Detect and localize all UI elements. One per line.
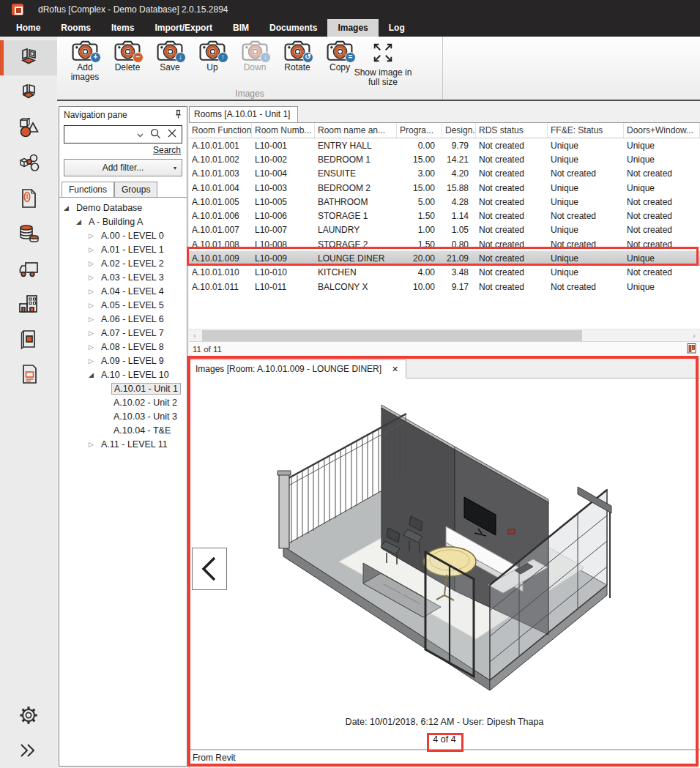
- ribbon-button[interactable]: ↑ Up: [193, 40, 231, 72]
- column-header[interactable]: Doors+Window...: [624, 123, 700, 138]
- settings-gear-icon[interactable]: [0, 698, 57, 733]
- tree-item[interactable]: ▷ A.11 - LEVEL 11: [59, 437, 187, 451]
- table-row[interactable]: A.10.01.010 L10-010 KITCHEN 4.00 3.48 No…: [189, 266, 700, 280]
- navigation-tab[interactable]: Groups: [114, 182, 157, 198]
- expand-chevrons-icon[interactable]: [0, 733, 57, 768]
- tree-item[interactable]: ▷ A.06 - LEVEL 6: [59, 312, 187, 326]
- tree-expander-icon[interactable]: ▷: [89, 343, 99, 351]
- column-chooser-icon[interactable]: [687, 343, 696, 356]
- show-full-size-button[interactable]: Show image in full size: [349, 41, 417, 87]
- table-row[interactable]: A.10.01.008 L10-008 STORAGE 2 1.50 0.80 …: [189, 237, 700, 251]
- ribbon: + Add images: [57, 37, 700, 101]
- tree-expander-icon[interactable]: ◢: [76, 218, 86, 225]
- search-input[interactable]: [70, 130, 130, 140]
- table-row[interactable]: A.10.01.007 L10-007 LAUNDRY 1.00 1.05 No…: [189, 223, 700, 237]
- tree-item[interactable]: A.10.02 - Unit 2: [59, 395, 187, 409]
- table-row[interactable]: A.10.01.005 L10-005 BATHROOM 5.00 4.28 N…: [189, 195, 700, 209]
- tree-expander-icon[interactable]: ▷: [89, 357, 99, 365]
- add-filter-button[interactable]: Add filter... ▾: [64, 159, 182, 176]
- items-icon[interactable]: [0, 75, 57, 111]
- menu-tab[interactable]: Items: [101, 19, 144, 37]
- chevron-down-icon[interactable]: [137, 130, 144, 140]
- table-row[interactable]: A.10.01.004 L10-003 BEDROOM 2 15.00 15.8…: [189, 181, 700, 195]
- tree-item[interactable]: ▷ A.07 - LEVEL 7: [59, 326, 187, 340]
- ribbon-button[interactable]: ↺ Rotate: [278, 40, 316, 72]
- rooms-tab[interactable]: Rooms [A.10.01 - Unit 1]: [189, 106, 298, 122]
- finance-icon[interactable]: [0, 216, 57, 251]
- menu-tab[interactable]: Home: [6, 19, 51, 37]
- buildings-icon[interactable]: [0, 286, 57, 321]
- attachments-icon[interactable]: [0, 181, 57, 216]
- clear-search-icon[interactable]: [168, 129, 176, 140]
- tree-item[interactable]: ▷ A.05 - LEVEL 5: [59, 298, 187, 312]
- tree-item[interactable]: ▷ A.02 - LEVEL 2: [59, 256, 187, 270]
- table-row[interactable]: A.10.01.006 L10-006 STORAGE 1 1.50 1.14 …: [189, 209, 700, 223]
- tree-item[interactable]: ▷ A.01 - LEVEL 1: [59, 242, 187, 256]
- product-types-icon[interactable]: [0, 111, 57, 146]
- column-header[interactable]: Design...: [442, 123, 476, 138]
- menu-tab[interactable]: Documents: [259, 19, 327, 37]
- table-row[interactable]: A.10.01.001 L10-001 ENTRY HALL 0.00 9.79…: [189, 138, 700, 152]
- column-header[interactable]: Room Function #:: [189, 123, 252, 138]
- ribbon-button[interactable]: ↓ Save: [151, 40, 189, 72]
- tree-item-label: A.10.03 - Unit 3: [111, 411, 179, 422]
- column-header[interactable]: Room name an...: [315, 123, 397, 138]
- images-tab[interactable]: Images [Room: A.10.01.009 - LOUNGE DINER…: [189, 359, 406, 379]
- tree-expander-icon[interactable]: ▷: [89, 260, 99, 267]
- ribbon-button[interactable]: − Delete: [108, 40, 146, 72]
- tree-expander-icon[interactable]: ▷: [89, 441, 99, 448]
- scroll-left-icon[interactable]: ‹: [189, 332, 201, 340]
- table-row[interactable]: A.10.01.011 L10-011 BALCONY X 10.00 9.17…: [189, 280, 700, 294]
- column-header[interactable]: RDS status: [476, 123, 548, 138]
- tree-expander-icon[interactable]: ▷: [89, 288, 99, 295]
- tree-item[interactable]: ◢ Demo Database: [59, 201, 187, 215]
- menu-tab[interactable]: BIM: [223, 19, 259, 37]
- tree-expander-icon[interactable]: ▷: [89, 232, 99, 239]
- tree-item[interactable]: ▷ A.08 - LEVEL 8: [59, 340, 187, 354]
- ribbon-button[interactable]: + Add images: [66, 40, 104, 82]
- scrollbar-thumb[interactable]: [202, 330, 582, 341]
- tree-item[interactable]: ▷ A.00 - LEVEL 0: [59, 228, 187, 242]
- search-box[interactable]: [64, 125, 182, 143]
- tree-expander-icon[interactable]: ◢: [89, 371, 99, 379]
- menu-tab[interactable]: Log: [379, 19, 415, 37]
- column-header[interactable]: FF&E: Status: [548, 123, 624, 138]
- tree-item[interactable]: A.10.03 - Unit 3: [59, 409, 187, 423]
- scroll-right-icon[interactable]: ›: [688, 332, 700, 340]
- horizontal-scrollbar[interactable]: ‹ ›: [189, 329, 700, 341]
- logistics-icon[interactable]: [0, 251, 57, 286]
- tree-expander-icon[interactable]: ▷: [89, 246, 99, 253]
- rooms-icon[interactable]: [0, 40, 57, 75]
- close-icon[interactable]: ✕: [392, 365, 398, 374]
- tree-item[interactable]: ▷ A.04 - LEVEL 4: [59, 284, 187, 298]
- navigation-tab[interactable]: Functions: [62, 182, 114, 198]
- tree-item[interactable]: A.10.01 - Unit 1: [59, 381, 187, 395]
- search-link[interactable]: Search: [153, 145, 181, 155]
- catalog-icon[interactable]: [0, 321, 57, 357]
- tree-expander-icon[interactable]: ◢: [64, 204, 74, 212]
- tree-expander-icon[interactable]: ▷: [89, 274, 99, 281]
- tree-item[interactable]: A.10.04 - T&E: [59, 423, 187, 437]
- tree-expander-icon[interactable]: ▷: [89, 329, 99, 337]
- reports-icon[interactable]: [0, 357, 57, 392]
- column-header[interactable]: Progra...: [397, 123, 442, 138]
- pin-icon[interactable]: [174, 109, 182, 121]
- previous-image-button[interactable]: [192, 548, 227, 590]
- scrollbar-track[interactable]: [201, 329, 688, 341]
- tree-expander-icon[interactable]: ▷: [89, 316, 99, 323]
- tree-item[interactable]: ▷ A.03 - LEVEL 3: [59, 270, 187, 284]
- menu-tab[interactable]: Rooms: [51, 19, 101, 37]
- menu-tab[interactable]: Import/Export: [144, 19, 223, 37]
- tree-item[interactable]: ▷ A.09 - LEVEL 9: [59, 354, 187, 368]
- search-icon[interactable]: [150, 128, 161, 141]
- systems-icon[interactable]: [0, 146, 57, 181]
- tree-expander-icon[interactable]: ▷: [89, 302, 99, 309]
- table-row[interactable]: A.10.01.002 L10-002 BEDROOM 1 15.00 14.2…: [189, 152, 700, 166]
- menu-tab[interactable]: Images: [327, 19, 378, 37]
- table-row[interactable]: A.10.01.003 L10-004 ENSUITE 3.00 4.20 No…: [189, 167, 700, 181]
- tree-item[interactable]: ◢ A.10 - LEVEL 10: [59, 368, 187, 381]
- table-row[interactable]: A.10.01.009 L10-009 LOUNGE DINER 20.00 2…: [189, 251, 700, 265]
- tree-item[interactable]: ◢ A - Building A: [59, 215, 187, 228]
- column-header[interactable]: Room Numb...: [252, 123, 315, 138]
- ribbon-button[interactable]: ↓ Down: [236, 40, 274, 72]
